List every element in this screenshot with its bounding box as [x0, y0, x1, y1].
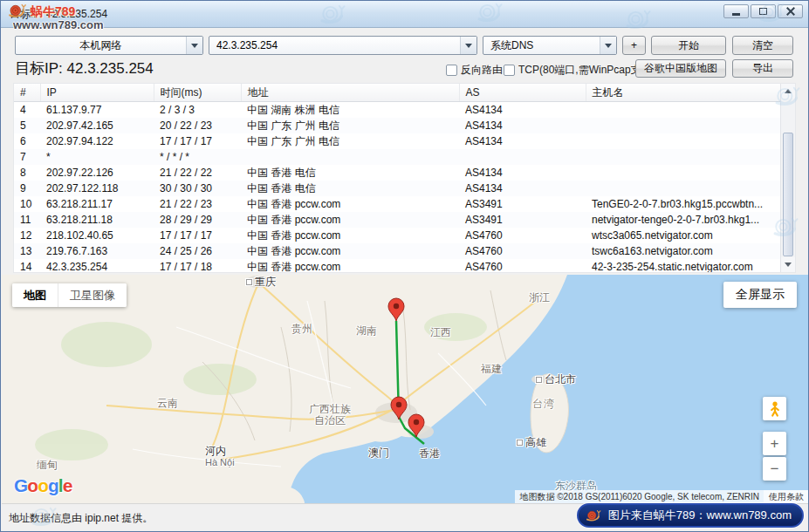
target-ip-combo[interactable]	[209, 36, 477, 55]
scrollbar-thumb[interactable]	[783, 133, 793, 256]
clear-button[interactable]: 清空	[732, 36, 793, 55]
network-select[interactable]: 本机网络	[15, 36, 203, 55]
table-cell: 11	[14, 212, 40, 228]
table-cell: 5	[14, 118, 40, 133]
col-time[interactable]: 时间(ms)	[154, 84, 241, 102]
zoom-out-button[interactable]: −	[763, 457, 786, 481]
checkbox-box[interactable]	[446, 65, 457, 76]
city-square-icon	[246, 279, 252, 285]
reverse-route-label: 反向路由	[461, 63, 503, 78]
table-row[interactable]: 13219.76.7.16324 / 25 / 26中国 香港 pccw.com…	[14, 243, 780, 259]
titlebar[interactable]: 目标IP: 42.3.235.254	[1, 1, 808, 28]
table-row[interactable]: 12218.102.40.6517 / 17 / 17中国 香港 pccw.co…	[14, 228, 780, 243]
add-button[interactable]: +	[622, 36, 646, 55]
table-cell: * / * / *	[154, 149, 241, 165]
table-row[interactable]: 7** / * / *	[14, 149, 780, 165]
scroll-down-button[interactable]	[781, 257, 795, 272]
chevron-down-icon	[186, 37, 202, 54]
google-logo[interactable]: Google	[14, 475, 72, 496]
table-row[interactable]: 9202.97.122.11830 / 30 / 30中国 香港 电信AS413…	[14, 181, 780, 196]
table-cell: 63.218.211.17	[40, 196, 154, 212]
google-china-map-button[interactable]: 谷歌中国版地图	[635, 59, 726, 78]
table-cell: 中国 广东 广州 电信	[241, 133, 459, 149]
start-button[interactable]: 开始	[651, 36, 726, 55]
table-cell: AS4134	[459, 118, 586, 133]
table-cell: 61.137.9.77	[40, 102, 154, 119]
map-label-text: 高雄	[525, 437, 546, 448]
map-type-control: 地图 卫星图像	[12, 283, 127, 307]
table-cell: 219.76.7.163	[40, 243, 154, 259]
table-scrollbar[interactable]	[780, 84, 795, 272]
table-cell	[586, 133, 780, 149]
table-cell: 4	[14, 102, 40, 119]
map-label: 福建	[481, 364, 502, 375]
tcp-checkbox[interactable]: TCP(80端口,需WinPcap支持)	[504, 63, 655, 78]
table-cell: 28 / 29 / 29	[154, 212, 241, 228]
map-label-text: 台北市	[545, 374, 576, 385]
minimize-button[interactable]	[723, 4, 749, 18]
zoom-in-button[interactable]: +	[763, 432, 786, 455]
google-logo-letter: o	[27, 475, 38, 495]
table-row[interactable]: 5202.97.42.16520 / 22 / 23中国 广东 广州 电信AS4…	[14, 118, 780, 133]
table-cell: 2 / 3 / 3	[154, 102, 241, 119]
map-label: 湖南	[356, 325, 377, 337]
table-row[interactable]: 6202.97.94.12217 / 17 / 17中国 广东 广州 电信AS4…	[14, 133, 780, 149]
table-cell: 63.218.211.18	[40, 212, 154, 228]
table-cell: 30 / 30 / 30	[154, 181, 241, 196]
col-as[interactable]: AS	[459, 84, 586, 102]
map-type-map-button[interactable]: 地图	[12, 283, 58, 307]
map-label: 高雄	[517, 437, 546, 448]
table-row[interactable]: 461.137.9.772 / 3 / 3中国 湖南 株洲 电信AS4134	[14, 102, 780, 119]
map-attribution: 地图数据 ©2018 GS(2011)6020 Google, SK telec…	[515, 490, 764, 503]
table-cell	[586, 181, 780, 196]
table-cell: 17 / 17 / 18	[154, 259, 241, 273]
snail-icon	[586, 508, 603, 522]
col-hostname[interactable]: 主机名	[586, 84, 780, 102]
table-cell: AS4760	[459, 243, 586, 259]
terms-link[interactable]: 使用条款	[764, 490, 809, 503]
table-row[interactable]: 1442.3.235.25417 / 17 / 18中国 香港 pccw.com…	[14, 259, 780, 273]
map-label: 贵州	[291, 324, 312, 335]
col-ip[interactable]: IP	[40, 84, 154, 102]
target-ip-label: 目标IP: 42.3.235.254	[15, 58, 154, 78]
watermark-badge: 图片来自蜗牛789：www.wn789.com	[577, 503, 804, 528]
table-cell: AS4134	[459, 102, 586, 119]
map-label-text: 重庆	[255, 276, 276, 288]
maximize-icon	[759, 8, 767, 15]
col-hop[interactable]: #	[14, 84, 40, 102]
target-ip-input[interactable]	[209, 39, 460, 51]
export-button[interactable]: 导出	[732, 59, 793, 78]
badge-text: 图片来自蜗牛789：www.wn789.com	[608, 508, 792, 523]
scroll-up-button[interactable]	[781, 84, 795, 99]
close-button[interactable]	[778, 4, 803, 18]
table-cell: AS4760	[459, 259, 586, 273]
down-arrow-icon	[785, 263, 792, 267]
table-cell: AS4134	[459, 133, 586, 149]
map-label-subtext: Hà Nội	[205, 457, 235, 468]
map[interactable]: 重庆贵州湖南江西浙江福建台北市台湾高雄广西壮族 自治区云南河内Hà Nội缅甸澳…	[2, 275, 809, 503]
network-select-value: 本机网络	[16, 38, 186, 53]
table-cell	[586, 149, 780, 165]
fullscreen-button[interactable]: 全屏显示	[723, 282, 797, 308]
table-cell: 中国 广东 广州 电信	[241, 118, 459, 133]
table-row[interactable]: 8202.97.22.12621 / 22 / 22中国 香港 电信AS4134	[14, 165, 780, 181]
map-label: 浙江	[529, 292, 550, 304]
maximize-button[interactable]	[751, 4, 776, 18]
map-type-satellite-button[interactable]: 卫星图像	[58, 283, 127, 307]
up-arrow-icon	[785, 89, 792, 93]
map-label: 澳门	[368, 447, 389, 459]
pegman-control[interactable]	[763, 397, 786, 420]
table-cell	[586, 165, 780, 181]
table-cell: netvigator-tenge0-2-0-7.br03.hkg1...	[586, 212, 780, 228]
status-text: 地址数据信息由 ipip.net 提供。	[9, 511, 153, 526]
reverse-route-checkbox[interactable]: 反向路由	[446, 63, 503, 78]
map-attribution-bar: 地图数据 ©2018 GS(2011)6020 Google, SK telec…	[515, 490, 809, 503]
table-cell: 202.97.94.122	[40, 133, 154, 149]
checkbox-box[interactable]	[504, 65, 515, 76]
table-cell: AS4134	[459, 181, 586, 196]
table-row[interactable]: 1063.218.211.1721 / 22 / 23中国 香港 pccw.co…	[14, 196, 780, 212]
table-row[interactable]: 1163.218.211.1828 / 29 / 29中国 香港 pccw.co…	[14, 212, 780, 228]
minimize-icon	[732, 13, 740, 16]
col-address[interactable]: 地址	[241, 84, 459, 102]
dns-select[interactable]: 系统DNS	[483, 36, 617, 55]
